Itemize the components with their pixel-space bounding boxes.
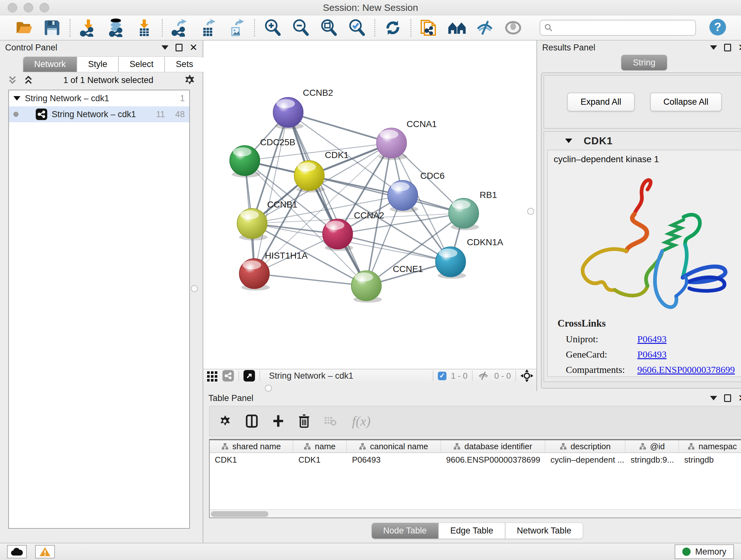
birds-eye-grid-icon[interactable]: [206, 370, 218, 381]
network-row-selected[interactable]: String Network – cdk1 11 48: [9, 106, 189, 122]
create-column-plus-icon[interactable]: [272, 414, 284, 428]
column-header-name[interactable]: name: [293, 440, 347, 452]
table-header-row: shared namenamecanonical namedatabase id…: [210, 440, 741, 453]
network-node-CCNA2[interactable]: CCNA2: [323, 210, 384, 251]
tab-network-table[interactable]: Network Table: [505, 523, 583, 539]
zoom-selected-icon[interactable]: [347, 18, 366, 37]
splitter-handle[interactable]: [527, 208, 534, 215]
main-toolbar: ?: [0, 15, 741, 41]
network-node-CDC25B[interactable]: CDC25B: [230, 137, 295, 178]
protein-structure-image: [554, 167, 741, 314]
network-node-RB1[interactable]: RB1: [449, 190, 497, 230]
collapse-panel-icon[interactable]: [161, 45, 169, 50]
table-cell[interactable]: cyclin–dependent ...: [545, 455, 625, 465]
table-cell[interactable]: 9606.ENSP00000378699: [441, 455, 545, 465]
import-network-from-database-icon[interactable]: [107, 18, 125, 37]
table-horizontal-scrollbar[interactable]: [210, 509, 741, 517]
delete-column-trash-icon[interactable]: [298, 414, 310, 428]
string-homes-icon[interactable]: [448, 18, 466, 37]
column-header-namespac[interactable]: namespac: [679, 440, 741, 452]
expand-all-button[interactable]: Expand All: [567, 92, 635, 111]
node-label-CDK1: CDK1: [325, 150, 349, 160]
open-file-icon[interactable]: [15, 18, 33, 37]
import-network-icon[interactable]: [79, 18, 97, 37]
network-collection-row[interactable]: String Network – cdk1 1: [9, 90, 189, 106]
collapse-all-button[interactable]: Collapse All: [650, 92, 722, 111]
expand-all-icon[interactable]: [23, 75, 34, 85]
gene-symbol: CDK1: [584, 135, 613, 147]
hide-selected-eye-slash-icon[interactable]: [476, 18, 494, 37]
tab-sets[interactable]: Sets: [165, 57, 204, 72]
zoom-out-icon[interactable]: [291, 18, 310, 37]
minimize-window-button[interactable]: [23, 3, 33, 12]
collapse-all-icon[interactable]: [7, 75, 18, 85]
import-table-icon[interactable]: [135, 18, 153, 37]
crosslink-link[interactable]: P06493: [637, 334, 667, 345]
splitter-handle[interactable]: [265, 385, 272, 392]
collapse-panel-icon[interactable]: [710, 396, 717, 400]
crosslink-link[interactable]: P06493: [637, 349, 667, 360]
search-box[interactable]: [540, 20, 696, 36]
zoom-in-icon[interactable]: [263, 18, 282, 37]
search-input[interactable]: [553, 23, 691, 33]
cloud-service-button[interactable]: [7, 545, 27, 558]
table-cell[interactable]: stringdb: [679, 455, 741, 465]
column-header-database-identifier[interactable]: database identifier: [441, 440, 545, 452]
close-panel-icon[interactable]: ✕: [738, 393, 741, 403]
horizontal-splitter[interactable]: [203, 382, 536, 391]
network-share-icon[interactable]: [222, 370, 234, 381]
table-cell[interactable]: stringdb:9...: [625, 455, 679, 465]
import-string-file-icon[interactable]: [420, 18, 438, 37]
zoom-window-button[interactable]: [40, 3, 49, 12]
table-cell[interactable]: P06493: [347, 455, 441, 465]
gene-collapse-icon[interactable]: [565, 138, 572, 143]
column-header-canonical-name[interactable]: canonical name: [347, 440, 441, 452]
show-all-eye-icon[interactable]: [504, 18, 522, 37]
save-session-icon[interactable]: [43, 18, 61, 37]
export-image-icon[interactable]: [227, 18, 246, 37]
network-node-CDKN1A[interactable]: CDKN1A: [435, 237, 503, 279]
splitter-handle[interactable]: [191, 285, 198, 292]
export-network-icon[interactable]: [171, 18, 190, 37]
float-panel-icon[interactable]: [724, 44, 731, 51]
network-options-gear-icon[interactable]: [183, 74, 196, 86]
selected-items-checkbox[interactable]: ✓: [438, 372, 447, 380]
network-node-CCNB1[interactable]: CCNB1: [237, 199, 297, 240]
tab-string[interactable]: String: [621, 55, 667, 71]
export-table-icon[interactable]: [199, 18, 218, 37]
network-node-CCNA1[interactable]: CCNA1: [377, 119, 437, 160]
warnings-button[interactable]: [35, 545, 55, 558]
close-panel-icon[interactable]: ✕: [738, 43, 741, 52]
tab-edge-table[interactable]: Edge Table: [439, 523, 505, 539]
show-columns-icon[interactable]: [246, 414, 258, 428]
fit-selected-crosshair-icon[interactable]: [521, 369, 533, 382]
close-panel-icon[interactable]: ✕: [190, 43, 198, 52]
tab-node-table[interactable]: Node Table: [372, 523, 439, 539]
column-header-shared-name[interactable]: shared name: [210, 440, 293, 452]
help-icon[interactable]: ?: [709, 18, 727, 37]
zoom-fit-icon[interactable]: [320, 18, 338, 37]
table-cell[interactable]: CDK1: [210, 455, 293, 465]
column-tree-icon: [560, 443, 567, 450]
table-options-gear-icon[interactable]: [218, 415, 231, 428]
network-canvas[interactable]: CCNB2CCNA1CDC25BCDK1CDC6RB1CCNB1CCNA2CDK…: [203, 41, 536, 369]
table-row[interactable]: CDK1CDK1P064939606.ENSP00000378699cyclin…: [210, 453, 741, 466]
float-panel-icon[interactable]: [724, 394, 731, 402]
column-header-description[interactable]: description: [545, 440, 625, 452]
column-tree-icon: [454, 443, 461, 450]
column-header-@id[interactable]: @id: [625, 440, 679, 452]
network-node-HIST1H1A[interactable]: HIST1H1A: [239, 251, 308, 291]
crosslink-link[interactable]: 9606.ENSP00000378699: [637, 364, 735, 375]
scrollbar-thumb[interactable]: [211, 511, 268, 517]
float-panel-icon[interactable]: [176, 44, 183, 51]
open-in-window-icon[interactable]: [244, 370, 255, 381]
tab-style[interactable]: Style: [77, 57, 118, 72]
tree-expand-icon[interactable]: [13, 96, 20, 101]
collapse-panel-icon[interactable]: [710, 45, 717, 50]
tab-select[interactable]: Select: [118, 57, 165, 72]
table-cell[interactable]: CDK1: [293, 455, 347, 465]
memory-button[interactable]: Memory: [675, 544, 734, 559]
tab-network[interactable]: Network: [23, 57, 77, 72]
refresh-icon[interactable]: [384, 18, 402, 37]
close-window-button[interactable]: [8, 3, 17, 12]
